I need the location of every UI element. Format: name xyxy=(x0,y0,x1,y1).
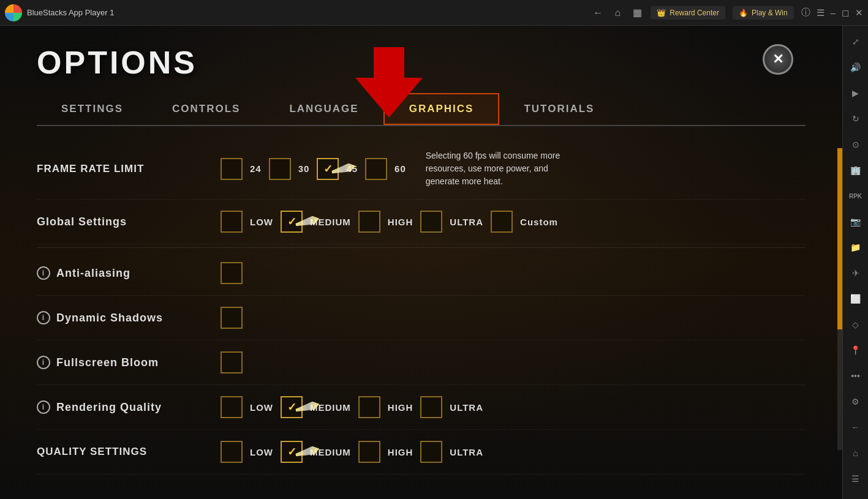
reward-label: Reward Center xyxy=(670,9,719,17)
qs-medium-label: MEDIUM xyxy=(310,447,351,457)
dynamic-shadows-checkbox[interactable] xyxy=(221,307,243,329)
folder-icon[interactable]: 📁 xyxy=(845,236,867,258)
frame-rate-row: FRAME RATE LIMIT 24 30 45 60 Selec xyxy=(37,138,806,200)
scroll-thumb[interactable] xyxy=(837,148,842,329)
app-title: BlueStacks App Player 1 xyxy=(27,8,584,17)
expand-icon[interactable]: ⤢ xyxy=(845,31,867,53)
gs-medium-label: MEDIUM xyxy=(310,217,351,227)
back-nav-btn[interactable]: ← xyxy=(589,4,606,21)
back-sidebar-icon[interactable]: ← xyxy=(845,416,867,438)
location-icon[interactable]: 📍 xyxy=(845,339,867,361)
topbar: BlueStacks App Player 1 ← ⌂ ▦ 👑 Reward C… xyxy=(0,0,868,26)
tab-controls[interactable]: CONTROLS xyxy=(148,93,265,125)
main-layout: OPTIONS ✕ SETTINGS CONTROLS LANGUAGE GRA… xyxy=(0,26,868,499)
global-settings-row: Global Settings LOW MEDIUM HIGH ULTRA xyxy=(37,200,806,244)
qs-medium-checkbox[interactable] xyxy=(281,441,303,463)
camera-icon[interactable]: 📷 xyxy=(845,211,867,233)
gs-ultra-checkbox[interactable] xyxy=(420,211,442,233)
rendering-quality-controls: LOW MEDIUM HIGH ULTRA xyxy=(221,396,806,418)
play-win-btn[interactable]: 🔥 Play & Win xyxy=(733,6,794,20)
global-settings-controls: LOW MEDIUM HIGH ULTRA Custom xyxy=(221,211,806,233)
rq-low-checkbox[interactable] xyxy=(221,396,243,418)
eraser-icon[interactable]: ◇ xyxy=(845,313,867,336)
quality-settings-row: QUALITY SETTINGS LOW MEDIUM HIGH ULTRA xyxy=(37,430,806,475)
circle-icon[interactable]: ⊙ xyxy=(845,133,867,156)
gs-low-checkbox[interactable] xyxy=(221,211,243,233)
rendering-quality-label: i Rendering Quality xyxy=(37,400,221,414)
reward-center-btn[interactable]: 👑 Reward Center xyxy=(651,6,725,20)
tablet-icon[interactable]: ⬜ xyxy=(845,288,867,310)
anti-aliasing-checkbox[interactable] xyxy=(221,262,243,284)
rendering-quality-info-icon[interactable]: i xyxy=(37,400,50,414)
rq-medium-checkbox[interactable] xyxy=(281,396,303,418)
gs-high-checkbox[interactable] xyxy=(358,211,380,233)
home-sidebar-icon[interactable]: ⌂ xyxy=(845,442,867,464)
fps-45-wrap xyxy=(317,158,339,180)
gs-medium-wrap xyxy=(281,211,303,233)
fullscreen-bloom-label: i Fullscreen Bloom xyxy=(37,356,221,369)
dynamic-shadows-info-icon[interactable]: i xyxy=(37,311,50,325)
dynamic-shadows-label: i Dynamic Shadows xyxy=(37,311,221,325)
building-icon[interactable]: 🏢 xyxy=(845,159,867,181)
hamburger-icon[interactable]: ☰ xyxy=(817,7,825,18)
rq-ultra-label: ULTRA xyxy=(450,402,483,413)
qs-ultra-checkbox[interactable] xyxy=(420,441,442,463)
fullscreen-bloom-checkbox[interactable] xyxy=(221,351,243,373)
gs-custom-checkbox[interactable] xyxy=(491,211,513,233)
qs-high-label: HIGH xyxy=(388,447,413,457)
qs-high-checkbox[interactable] xyxy=(358,441,380,463)
gs-ultra-label: ULTRA xyxy=(450,217,483,227)
fps-45-label: 45 xyxy=(346,163,358,174)
gs-high-label: HIGH xyxy=(388,217,413,227)
topbar-right: 👑 Reward Center 🔥 Play & Win ⓘ ☰ – ◻ ✕ xyxy=(651,6,863,20)
tab-tutorials[interactable]: TUTORIALS xyxy=(499,93,619,125)
qs-low-checkbox[interactable] xyxy=(221,441,243,463)
quality-settings-label: QUALITY SETTINGS xyxy=(37,446,221,458)
play-icon[interactable]: ▶ xyxy=(845,82,867,104)
rq-ultra-checkbox[interactable] xyxy=(420,396,442,418)
fullscreen-bloom-info-icon[interactable]: i xyxy=(37,356,50,369)
rq-low-label: LOW xyxy=(250,402,273,413)
fps-30-checkbox[interactable] xyxy=(269,158,291,180)
close-topbar-icon[interactable]: ✕ xyxy=(855,7,863,18)
rq-medium-wrap xyxy=(281,396,303,418)
gear-icon[interactable]: ⚙ xyxy=(845,391,867,413)
more-icon[interactable]: ••• xyxy=(845,365,867,387)
rq-high-checkbox[interactable] xyxy=(358,396,380,418)
topbar-icons: ⓘ ☰ – ◻ ✕ xyxy=(801,7,863,18)
fps-60-checkbox[interactable] xyxy=(365,158,387,180)
fps-45-checkbox[interactable] xyxy=(317,158,339,180)
refresh-icon[interactable]: ↻ xyxy=(845,108,867,130)
fps-60-label: 60 xyxy=(394,163,406,174)
rpk-icon[interactable]: RPK xyxy=(845,185,867,207)
settings-divider xyxy=(37,247,806,248)
qs-medium-wrap xyxy=(281,441,303,463)
tabs-nav-btn[interactable]: ▦ xyxy=(628,4,646,21)
anti-aliasing-label: i Anti-aliasing xyxy=(37,266,221,280)
arrow-shaft xyxy=(374,47,404,78)
help-icon[interactable]: ⓘ xyxy=(801,7,810,18)
plane-icon[interactable]: ✈ xyxy=(845,262,867,284)
fps-note: Selecting 60 fps will consume more resou… xyxy=(426,149,579,188)
anti-aliasing-info-icon[interactable]: i xyxy=(37,266,50,280)
close-button[interactable]: ✕ xyxy=(763,44,793,75)
settings-content[interactable]: FRAME RATE LIMIT 24 30 45 60 Selec xyxy=(37,126,806,487)
arrow-head xyxy=(355,78,423,118)
minimize-icon[interactable]: – xyxy=(831,7,836,18)
reward-icon: 👑 xyxy=(657,9,666,17)
volume-icon[interactable]: 🔊 xyxy=(845,56,867,78)
fps-30-label: 30 xyxy=(298,163,310,174)
rq-medium-label: MEDIUM xyxy=(310,402,351,413)
menu-sidebar-icon[interactable]: ☰ xyxy=(845,468,867,490)
gs-medium-checkbox[interactable] xyxy=(281,211,303,233)
restore-icon[interactable]: ◻ xyxy=(842,7,849,18)
tab-settings[interactable]: SETTINGS xyxy=(37,93,148,125)
red-arrow xyxy=(355,47,423,118)
gs-low-label: LOW xyxy=(250,217,273,227)
fps-24-label: 24 xyxy=(250,163,262,174)
right-sidebar: ⤢ 🔊 ▶ ↻ ⊙ 🏢 RPK 📷 📁 ✈ ⬜ ◇ 📍 ••• ⚙ ← ⌂ ☰ xyxy=(842,26,868,499)
fullscreen-bloom-row: i Fullscreen Bloom xyxy=(37,340,806,385)
frame-rate-controls: 24 30 45 60 Selecting 60 fps will consum… xyxy=(221,149,806,188)
fps-24-checkbox[interactable] xyxy=(221,158,243,180)
home-nav-btn[interactable]: ⌂ xyxy=(609,4,626,21)
